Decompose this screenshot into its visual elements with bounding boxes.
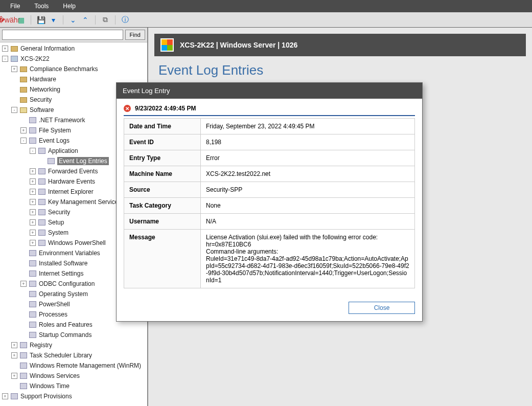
expand-icon[interactable]: +	[30, 230, 36, 236]
expand-icon[interactable]: +	[11, 352, 17, 358]
expand-icon[interactable]: +	[30, 219, 36, 225]
excel-icon[interactable]: ▦	[16, 15, 26, 25]
tree-item-label: Compliance Benchmarks	[30, 65, 98, 73]
item-icon	[10, 393, 18, 400]
error-icon: ✕	[124, 105, 131, 112]
tree-item-label: Processes	[39, 311, 67, 318]
detail-key: Entry Type	[124, 150, 201, 166]
item-icon	[29, 127, 37, 134]
tree-item[interactable]: Windows Time	[0, 381, 147, 391]
detail-value: Security-SPP	[201, 182, 415, 198]
tree-item[interactable]: +Registry	[0, 340, 147, 350]
collapse-icon[interactable]: -	[20, 138, 27, 144]
tree-item-label: Forwarded Events	[48, 168, 98, 175]
tree-item[interactable]: Startup Commands	[0, 330, 147, 340]
item-icon	[29, 321, 37, 328]
copy-icon[interactable]: ⧉	[101, 15, 110, 25]
collapse-icon[interactable]: ⌃	[81, 15, 90, 25]
folder-icon	[19, 96, 28, 103]
item-icon	[19, 372, 28, 379]
expand-icon[interactable]: +	[20, 127, 27, 133]
search-input[interactable]	[2, 30, 123, 40]
tree-item[interactable]: Windows Remote Management (WinRM)	[0, 360, 147, 371]
detail-value: XCS-2K22.test2022.net	[201, 166, 415, 182]
item-icon	[38, 209, 46, 216]
detail-key: Date and Time	[124, 119, 201, 134]
item-icon	[29, 260, 37, 267]
dialog-timestamp: 9/23/2022 4:49:45 PM	[135, 105, 196, 112]
expand-icon[interactable]: +	[2, 393, 8, 399]
tree-item-label: Key Management Service	[48, 198, 118, 206]
tree-item-label: Task Scheduler Library	[30, 352, 92, 359]
menu-item-help[interactable]: Help	[56, 2, 83, 11]
find-button[interactable]: Find	[125, 30, 145, 40]
tree-item-label: Hardware Events	[48, 178, 95, 185]
tree-item-label: Internet Settings	[39, 270, 83, 277]
save-icon[interactable]: 💾	[36, 15, 45, 25]
expand-icon[interactable]: +	[30, 209, 36, 215]
item-icon	[29, 331, 37, 339]
tree-item[interactable]: -XCS-2K22	[0, 54, 147, 64]
expand-icon[interactable]: ⌄	[68, 15, 78, 25]
expand-icon[interactable]: +	[30, 178, 36, 185]
tree-item-label: XCS-2K22	[20, 55, 50, 62]
tree-item-label: Windows Services	[30, 372, 80, 379]
item-icon	[19, 352, 28, 359]
tree-item-label: Support Provisions	[20, 393, 72, 400]
dialog-timestamp-row: ✕ 9/23/2022 4:49:45 PM	[124, 105, 415, 116]
tree-item-label: Software	[30, 106, 54, 114]
item-icon	[29, 290, 37, 298]
tree-item-label: Event Log Entries	[57, 157, 109, 165]
detail-key: Message	[124, 230, 201, 288]
item-icon	[38, 239, 46, 246]
folder-open-icon	[19, 106, 28, 114]
tree-item-label: Windows Time	[30, 382, 70, 390]
detail-value: Friday, September 23, 2022 4:49:45 PM	[201, 119, 415, 134]
collapse-icon[interactable]: -	[30, 148, 36, 154]
tree-item-label: File System	[39, 127, 71, 134]
tree-item-label: Installed Software	[39, 260, 87, 267]
tree-item-label: Roles and Features	[39, 321, 92, 328]
tree-item-label: Event Logs	[39, 137, 70, 144]
item-icon	[29, 270, 37, 277]
tree-item[interactable]: +General Information	[0, 43, 147, 54]
menu-item-file[interactable]: File	[3, 2, 27, 11]
expand-icon[interactable]: +	[30, 168, 36, 174]
item-icon	[19, 342, 28, 349]
expand-icon[interactable]: +	[11, 373, 17, 379]
folder-icon	[19, 76, 28, 83]
pdf-icon[interactable]: �währ	[4, 15, 13, 25]
tree-item-label: Hardware	[30, 76, 56, 83]
expand-icon[interactable]: +	[20, 281, 27, 287]
help-icon[interactable]: ⓘ	[121, 15, 130, 25]
expand-icon[interactable]: +	[11, 66, 17, 72]
tree-item-label: Setup	[48, 219, 64, 226]
tree-item-label: Registry	[30, 342, 52, 349]
item-icon	[29, 137, 37, 144]
item-icon	[29, 311, 37, 318]
detail-value: License Activation (slui.exe) failed wit…	[201, 230, 415, 288]
expand-icon[interactable]: +	[30, 189, 36, 195]
detail-key: Machine Name	[124, 166, 201, 182]
collapse-icon[interactable]: -	[2, 56, 8, 62]
menu-item-tools[interactable]: Tools	[27, 2, 56, 11]
tree-item-label: Application	[48, 147, 78, 154]
dropdown-icon[interactable]: ▾	[49, 15, 58, 25]
tree-item-label: Security	[30, 96, 52, 103]
tree-item[interactable]: +Compliance Benchmarks	[0, 64, 147, 74]
detail-value: N/A	[201, 214, 415, 230]
item-icon	[38, 168, 46, 175]
expand-icon[interactable]: +	[30, 240, 36, 246]
tree-item[interactable]: +Support Provisions	[0, 391, 147, 401]
tree-item[interactable]: +Task Scheduler Library	[0, 350, 147, 360]
tree-item[interactable]: +Windows Services	[0, 371, 147, 381]
windows-logo-icon	[160, 38, 174, 52]
expand-icon[interactable]: +	[2, 46, 8, 52]
tree-item-label: Windows Remote Management (WinRM)	[30, 362, 141, 369]
expand-icon[interactable]: +	[11, 342, 17, 348]
toolbar: �währ ▦ 💾 ▾ ⌄ ⌃ ⧉ ⓘ	[0, 12, 532, 28]
collapse-icon[interactable]: -	[11, 107, 17, 113]
close-button[interactable]: Close	[349, 302, 415, 314]
expand-icon[interactable]: +	[30, 199, 36, 205]
page-title: Event Log Entries	[158, 62, 522, 78]
